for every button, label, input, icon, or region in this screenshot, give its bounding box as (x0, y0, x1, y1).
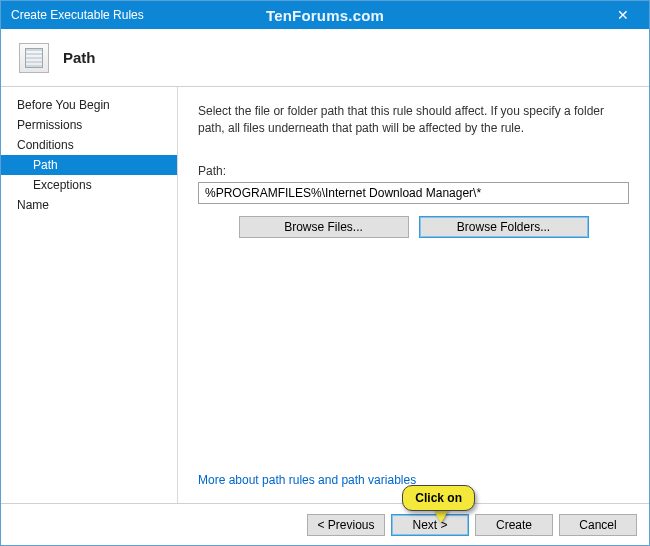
callout-tail (433, 509, 449, 523)
watermark-text: TenForums.com (266, 7, 384, 24)
sidebar-item-permissions[interactable]: Permissions (1, 115, 177, 135)
path-label: Path: (198, 164, 629, 178)
close-icon[interactable]: ✕ (603, 1, 643, 29)
sidebar-item-name[interactable]: Name (1, 195, 177, 215)
path-input[interactable] (198, 182, 629, 204)
sidebar-item-conditions[interactable]: Conditions (1, 135, 177, 155)
wizard-body: Before You Begin Permissions Conditions … (1, 87, 649, 503)
sidebar-item-path[interactable]: Path (1, 155, 177, 175)
wizard-window: Create Executable Rules TenForums.com ✕ … (0, 0, 650, 546)
rule-icon (19, 43, 49, 73)
instruction-text: Select the file or folder path that this… (198, 103, 629, 138)
document-icon (25, 48, 43, 68)
cancel-button[interactable]: Cancel (559, 514, 637, 536)
browse-folders-button[interactable]: Browse Folders... (419, 216, 589, 238)
browse-files-button[interactable]: Browse Files... (239, 216, 409, 238)
titlebar: Create Executable Rules TenForums.com ✕ (1, 1, 649, 29)
callout-annotation: Click on (402, 485, 475, 511)
sidebar-item-exceptions[interactable]: Exceptions (1, 175, 177, 195)
next-button[interactable]: Next > (391, 514, 469, 536)
create-button[interactable]: Create (475, 514, 553, 536)
main-panel: Select the file or folder path that this… (178, 87, 649, 503)
spacer (198, 238, 629, 473)
sidebar-item-before-you-begin[interactable]: Before You Begin (1, 95, 177, 115)
steps-sidebar: Before You Begin Permissions Conditions … (1, 87, 177, 503)
wizard-header: Path (1, 29, 649, 87)
window-title: Create Executable Rules (11, 8, 144, 22)
page-title: Path (63, 49, 96, 66)
wizard-footer: < Previous Next > Create Cancel Click on (1, 503, 649, 545)
previous-button[interactable]: < Previous (307, 514, 385, 536)
browse-buttons-row: Browse Files... Browse Folders... (198, 216, 629, 238)
